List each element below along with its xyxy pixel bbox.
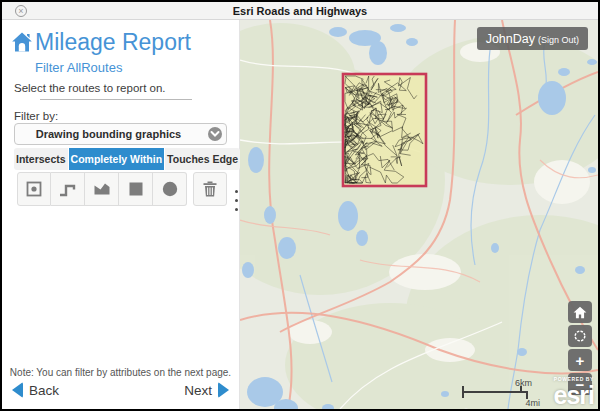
- locate-icon: [572, 328, 588, 344]
- mode-touches-edge-button[interactable]: Touches Edge: [165, 148, 240, 170]
- draw-polygon-button[interactable]: [85, 172, 119, 206]
- instruction-text: Select the routes to report on.: [14, 82, 166, 94]
- point-icon: [25, 180, 43, 198]
- home-extent-button[interactable]: [568, 301, 592, 323]
- next-arrow-icon: [218, 382, 229, 398]
- filter-method-dropdown[interactable]: Drawing bounding graphics: [14, 123, 227, 145]
- mileage-report-panel: Mileage Report Filter AllRoutes Select t…: [2, 20, 240, 409]
- divider-line: [40, 99, 192, 100]
- back-label: Back: [29, 383, 59, 398]
- next-label: Next: [184, 383, 212, 398]
- polygon-icon: [92, 179, 112, 199]
- polyline-icon: [58, 179, 78, 199]
- filter-allroutes-link[interactable]: Filter AllRoutes: [35, 60, 122, 75]
- rectangle-icon: [127, 180, 145, 198]
- scalebar: 6km 4mi: [462, 378, 542, 409]
- sign-out-button[interactable]: JohnDay(Sign Out): [477, 27, 588, 50]
- clear-graphics-button[interactable]: [193, 172, 227, 206]
- draw-rectangle-button[interactable]: [119, 172, 153, 206]
- home-icon: [10, 30, 34, 54]
- esri-logo: POWERED BY esri: [554, 377, 594, 408]
- next-button[interactable]: Next: [184, 382, 229, 398]
- back-arrow-icon: [12, 382, 23, 398]
- chevron-down-icon: [208, 127, 222, 141]
- map[interactable]: JohnDay(Sign Out) + −: [240, 20, 598, 409]
- back-button[interactable]: Back: [12, 382, 59, 398]
- draw-tool-group: [17, 172, 187, 206]
- draw-circle-button[interactable]: [153, 172, 187, 206]
- username-label: JohnDay: [486, 32, 535, 46]
- selection-rectangle: [341, 72, 428, 188]
- home-extent-icon: [573, 306, 587, 319]
- mode-completely-within-button[interactable]: Completely Within: [69, 148, 165, 170]
- circle-icon: [161, 180, 179, 198]
- signout-label: (Sign Out): [538, 35, 579, 45]
- spatial-filter-mode-group: Intersects Completely Within Touches Edg…: [14, 148, 227, 170]
- zoom-in-button[interactable]: +: [568, 349, 592, 371]
- titlebar: × Esri Roads and Highways: [2, 2, 598, 20]
- note-text: Note: You can filter by attributes on th…: [2, 367, 239, 378]
- dropdown-selected-value: Drawing bounding graphics: [15, 124, 202, 144]
- page-title: Mileage Report: [35, 29, 191, 56]
- panel-collapse-grip[interactable]: [233, 190, 239, 216]
- app-title: Esri Roads and Highways: [2, 2, 598, 20]
- draw-point-button[interactable]: [17, 172, 51, 206]
- scalebar-mi-label: 4mi: [525, 398, 540, 408]
- esri-brand-label: esri: [554, 383, 594, 408]
- app-window: × Esri Roads and Highways Mileage Report…: [0, 0, 600, 411]
- locate-button[interactable]: [568, 325, 592, 347]
- filter-by-label: Filter by:: [14, 110, 58, 122]
- mode-intersects-button[interactable]: Intersects: [14, 148, 68, 170]
- scalebar-km-label: 6km: [515, 378, 532, 388]
- draw-polyline-button[interactable]: [51, 172, 85, 206]
- trash-icon: [200, 179, 220, 199]
